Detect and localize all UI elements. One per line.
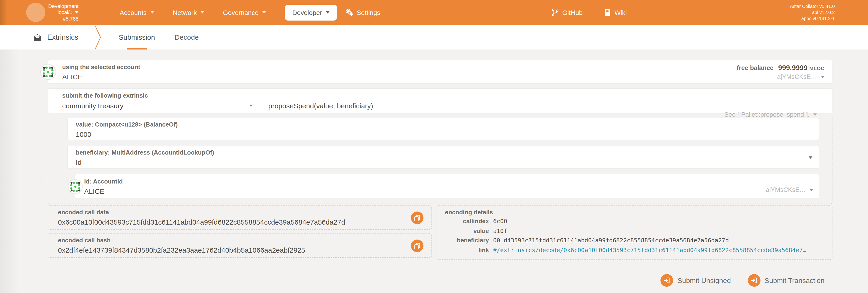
encoding-row-value: 00 d43593c715fdd31c61141abd04a99fd6822c8… (493, 237, 729, 244)
chevron-down-icon (249, 105, 253, 107)
nav-accounts[interactable]: Accounts (120, 9, 154, 17)
extrinsic-section: submit the following extrinsic community… (48, 88, 833, 113)
chevron-down-icon (821, 76, 825, 78)
chevron-down-icon (813, 113, 817, 116)
param-beneficiary-label: beneficiary: MultiAddress (AccountIdLook… (76, 149, 812, 156)
account-address-dropdown[interactable]: ajYMsCKsE… (777, 73, 825, 80)
encoding-row-label: value (445, 228, 489, 234)
method-select[interactable]: proposeSpend(value, beneficiary) (268, 102, 373, 110)
node-version: Astar Collator v5.41.0 (790, 3, 835, 9)
encoding-details-block: encoding details callindex 6c00 value a1… (437, 205, 833, 260)
chevron-down-icon (809, 156, 812, 159)
tab-bar: Extrinsics Submission Decode (0, 25, 868, 50)
app-window: Development local/1 #5,788 Accounts Netw… (0, 0, 868, 293)
chevron-down-icon (150, 11, 154, 14)
envelope-icon (33, 34, 41, 41)
encoding-row-beneficiary: beneficiary 00 d43593c715fdd31c61141abd0… (445, 237, 832, 244)
page-title: Extrinsics (47, 33, 78, 41)
copy-call-hash-button[interactable] (411, 239, 424, 252)
submit-transaction-label: Submit Transaction (765, 276, 825, 284)
param-value: value: Compact<u128> (BalanceOf) 1000 (67, 118, 819, 140)
param-account-id: Id: AccountId ALICE ajYMsCKsE… (75, 174, 819, 199)
param-id-address-dropdown[interactable]: ajYMsCKsE… (766, 186, 813, 193)
submit-unsigned-button[interactable]: Submit Unsigned (661, 274, 731, 287)
nav-governance[interactable]: Governance (223, 9, 266, 17)
param-id-account[interactable]: ALICE (84, 187, 812, 195)
param-value-input[interactable]: 1000 (76, 130, 812, 138)
copy-call-data-button[interactable] (411, 211, 424, 224)
param-beneficiary[interactable]: beneficiary: MultiAddress (AccountIdLook… (67, 146, 819, 169)
tab-decode[interactable]: Decode (175, 25, 199, 50)
param-beneficiary-value: Id (76, 158, 812, 166)
method-name: proposeSpend(value, beneficiary) (268, 102, 373, 110)
chevron-down-icon (200, 11, 204, 14)
chain-name: Development (48, 3, 79, 9)
encoded-call-hash-block: encoded call hash 0x2df4efe143739f84347d… (48, 233, 432, 258)
encoded-call-hash-label: encoded call hash (58, 237, 431, 244)
nav-settings-label: Settings (356, 9, 380, 17)
encoding-row-callindex: callindex 6c00 (445, 218, 832, 225)
chevron-down-icon (75, 11, 79, 14)
chevron-down-icon (326, 11, 330, 14)
free-balance-label: free balance (737, 64, 774, 71)
nav-network[interactable]: Network (173, 9, 204, 17)
encoding-row-value: a10f (493, 228, 507, 234)
git-branch-icon (552, 9, 559, 17)
pallet-select[interactable]: communityTreasury (62, 102, 123, 110)
sign-in-icon (661, 274, 673, 287)
main-nav: Accounts Network Governance Developer (120, 0, 380, 25)
param-id-address-short: ajYMsCKsE… (766, 186, 806, 193)
encoding-row-label: beneficiary (445, 237, 489, 244)
tab-submission[interactable]: Submission (119, 25, 155, 50)
breadcrumb-chevron (94, 25, 102, 50)
encoded-call-data-block: encoded call data 0x6c00a10f00d43593c715… (48, 205, 432, 230)
encoding-row-label: link (445, 247, 489, 253)
external-links: GitHub Wiki (552, 0, 627, 25)
copy-icon (414, 242, 420, 249)
page-head: Extrinsics (33, 25, 78, 50)
wiki-link[interactable]: Wiki (604, 9, 627, 17)
param-id-label: Id: AccountId (84, 178, 812, 185)
decode-link[interactable]: #/extrinsics/decode/0x6c00a10f00d43593c7… (493, 247, 806, 253)
account-address-short: ajYMsCKsE… (777, 73, 817, 80)
encoded-call-hash-value: 0x2df4efe143739f84347d3580b2fa232ea3aae1… (58, 246, 431, 254)
nav-developer-label: Developer (292, 9, 322, 17)
version-info: Astar Collator v5.41.0 api v12.0.2 apps … (790, 3, 835, 22)
encoding-row-value: 6c00 (493, 218, 507, 225)
call-params-container: value: Compact<u128> (BalanceOf) 1000 be… (48, 116, 833, 204)
nav-network-label: Network (173, 9, 197, 17)
top-bar: Development local/1 #5,788 Accounts Netw… (0, 0, 868, 25)
chevron-down-icon (810, 189, 813, 191)
encoding-row-label: callindex (445, 218, 489, 225)
copy-icon (414, 215, 420, 221)
action-buttons: Submit Unsigned Submit Transaction (661, 271, 825, 290)
encoding-row-link: link #/extrinsics/decode/0x6c00a10f00d43… (445, 247, 832, 253)
identicon-alice[interactable] (68, 180, 82, 194)
account-name: ALICE (62, 73, 825, 81)
chevron-down-icon (262, 11, 266, 14)
account-section: using the selected account ALICE free ba… (48, 60, 833, 84)
nav-developer[interactable]: Developer (285, 5, 337, 21)
free-balance-value: 999.9999 (778, 64, 807, 71)
github-link[interactable]: GitHub (552, 9, 583, 17)
chain-info: Development local/1 #5,788 (39, 3, 79, 22)
block-number: #5,788 (63, 15, 79, 22)
submit-transaction-button[interactable]: Submit Transaction (748, 274, 825, 287)
encoded-call-data-label: encoded call data (58, 209, 431, 216)
github-label: GitHub (562, 9, 583, 17)
extrinsic-label: submit the following extrinsic (62, 92, 825, 99)
node-selector[interactable]: local/1 (58, 9, 79, 15)
pallet-name: communityTreasury (62, 102, 123, 110)
nav-governance-label: Governance (223, 9, 259, 17)
encoded-call-data-value: 0x6c00a10f00d43593c715fdd31c61141abd04a9… (58, 218, 431, 226)
nav-settings[interactable]: Settings (345, 9, 380, 17)
identicon-alice[interactable] (41, 64, 56, 79)
gears-icon (345, 9, 353, 17)
submit-unsigned-label: Submit Unsigned (678, 276, 731, 284)
apps-version: apps v0.141.2-1 (790, 15, 835, 22)
account-balance-block: free balance 999.9999MLOC ajYMsCKsE… (737, 64, 825, 80)
param-value-label: value: Compact<u128> (BalanceOf) (76, 121, 812, 128)
tabs: Submission Decode (119, 25, 199, 50)
tab-decode-label: Decode (175, 33, 199, 41)
balance-line: free balance 999.9999MLOC (737, 64, 825, 72)
